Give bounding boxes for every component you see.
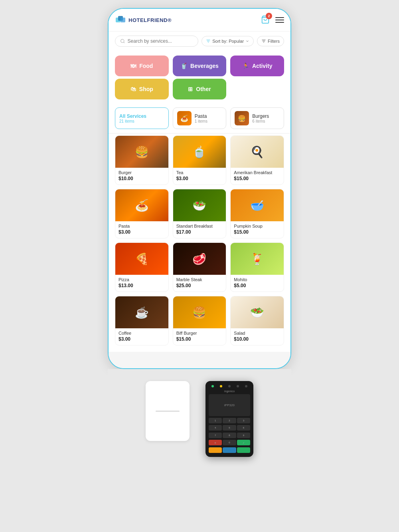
product-pumpkin-soup[interactable]: 🥣 Pumpkin Soup $15.00 bbox=[230, 189, 284, 238]
sort-button[interactable]: Sort by: Popular bbox=[201, 36, 254, 46]
key-6[interactable]: 6 bbox=[237, 425, 250, 431]
product-pasta-name: Pasta bbox=[119, 224, 165, 228]
category-beverages[interactable]: 🥤 Beverages bbox=[173, 56, 227, 76]
product-standart-price: $17.00 bbox=[176, 229, 223, 235]
product-pumpkin-img: 🥣 bbox=[231, 189, 284, 221]
filter-button[interactable]: Filters bbox=[257, 36, 284, 46]
product-coffee-name: Coffee bbox=[119, 331, 165, 335]
svg-rect-2 bbox=[120, 18, 125, 22]
subcategory-burgers[interactable]: 🍔 Burgers 6 items bbox=[230, 107, 284, 129]
product-coffee[interactable]: ☕ Coffee $3.00 bbox=[115, 296, 169, 345]
product-pizza-name: Pizza bbox=[119, 277, 165, 282]
led-yellow bbox=[220, 385, 222, 387]
product-pasta-img: 🍝 bbox=[115, 189, 168, 221]
product-pizza-img: 🍕 bbox=[115, 243, 168, 275]
bottom-area: ingenico iPP320 1 2 3 4 5 6 7 8 9 ✕ 0 ✓ bbox=[108, 369, 291, 469]
terminal-brand: ingenico bbox=[209, 390, 250, 393]
key-8[interactable]: 8 bbox=[223, 433, 236, 438]
activity-label: Activity bbox=[252, 63, 273, 69]
key-7[interactable]: 7 bbox=[209, 433, 222, 438]
led-off-2 bbox=[237, 385, 239, 387]
product-tea-price: $3.00 bbox=[176, 176, 223, 181]
product-burger-img: 🍔 bbox=[115, 136, 168, 168]
key-cancel[interactable]: ✕ bbox=[209, 440, 222, 445]
filter-icon bbox=[261, 39, 266, 44]
product-mohito[interactable]: 🍹 Mohito $5.00 bbox=[230, 242, 284, 292]
sort-icon bbox=[206, 39, 211, 44]
category-other[interactable]: ⊞ Other bbox=[173, 79, 227, 99]
menu-icon-2 bbox=[275, 20, 284, 20]
menu-icon-3 bbox=[275, 22, 284, 23]
app-header: HOTELFRIEND® 2 bbox=[109, 9, 290, 32]
key-0[interactable]: 0 bbox=[223, 440, 236, 445]
product-coffee-img: ☕ bbox=[115, 296, 168, 328]
led-green bbox=[211, 385, 214, 387]
product-amerikan-price: $15.00 bbox=[234, 176, 280, 181]
key-ok[interactable]: ✓ bbox=[237, 440, 250, 445]
cart-button[interactable]: 2 bbox=[261, 15, 270, 25]
product-amerikan-img: 🍳 bbox=[231, 136, 284, 168]
key-9[interactable]: 9 bbox=[237, 433, 250, 438]
category-activity[interactable]: 🏃 Activity bbox=[230, 56, 284, 76]
product-pumpkin-price: $15.00 bbox=[234, 229, 280, 235]
beverages-label: Beverages bbox=[190, 63, 219, 69]
product-biff-burger[interactable]: 🍔 Biff Burger $15.00 bbox=[173, 296, 227, 345]
key-blue-btn[interactable] bbox=[223, 447, 236, 453]
category-shop[interactable]: 🛍 Shop bbox=[115, 79, 169, 99]
logo-area: HOTELFRIEND® bbox=[115, 14, 172, 26]
white-card bbox=[146, 381, 190, 441]
product-pizza[interactable]: 🍕 Pizza $13.00 bbox=[115, 242, 169, 292]
product-pasta-price: $3.00 bbox=[119, 229, 165, 235]
category-food[interactable]: 🍽 Food bbox=[115, 56, 169, 76]
product-standart-breakfast[interactable]: 🥗 Standart Breakfast $17.00 bbox=[173, 189, 227, 238]
product-standart-img: 🥗 bbox=[173, 189, 226, 221]
subcategory-row: All Services 21 items 🍝 Pasta 1 items bbox=[109, 103, 290, 133]
activity-icon: 🏃 bbox=[242, 63, 249, 69]
product-salad[interactable]: 🥗 Salad $10.00 bbox=[230, 296, 284, 345]
product-mohito-img: 🍹 bbox=[231, 243, 284, 275]
logo-icon bbox=[115, 14, 126, 26]
subcat-burgers-label: Burgers bbox=[252, 113, 269, 119]
product-pizza-price: $13.00 bbox=[119, 283, 165, 288]
key-2[interactable]: 2 bbox=[223, 418, 236, 423]
product-amerikan-breakfast[interactable]: 🍳 Amerikan Breakfast $15.00 bbox=[230, 135, 284, 185]
sort-label: Sort by: Popular bbox=[212, 39, 244, 44]
product-pumpkin-name: Pumpkin Soup bbox=[234, 224, 280, 228]
subcat-pasta-count: 1 items bbox=[195, 119, 207, 123]
svg-point-4 bbox=[121, 39, 124, 42]
subcategory-all-services[interactable]: All Services 21 items bbox=[115, 107, 169, 129]
led-off bbox=[228, 385, 231, 387]
product-tea[interactable]: 🍵 Tea $3.00 bbox=[173, 135, 227, 185]
filter-label: Filters bbox=[268, 39, 280, 44]
product-coffee-price: $3.00 bbox=[119, 336, 165, 342]
product-burger-name: Burger bbox=[119, 170, 165, 175]
subcategory-pasta[interactable]: 🍝 Pasta 1 items bbox=[173, 107, 227, 129]
terminal-model: iPP320 bbox=[224, 403, 235, 407]
search-icon bbox=[120, 38, 125, 44]
header-actions: 2 bbox=[261, 15, 284, 25]
key-5[interactable]: 5 bbox=[223, 425, 236, 431]
terminal-top-bar bbox=[209, 384, 250, 388]
card-line bbox=[156, 411, 180, 412]
product-standart-name: Standart Breakfast bbox=[176, 224, 223, 228]
search-wrap[interactable] bbox=[115, 36, 198, 47]
key-1[interactable]: 1 bbox=[209, 418, 222, 423]
product-steak-name: Marble Steak bbox=[176, 277, 223, 282]
subcat-all-label: All Services bbox=[119, 113, 146, 119]
burgers-thumb: 🍔 bbox=[235, 111, 249, 125]
food-label: Food bbox=[139, 63, 153, 69]
shop-label: Shop bbox=[139, 86, 153, 92]
search-input[interactable] bbox=[128, 38, 194, 44]
key-green-btn[interactable] bbox=[237, 447, 250, 453]
menu-button[interactable] bbox=[275, 17, 284, 23]
product-biff-price: $15.00 bbox=[176, 336, 223, 342]
key-3[interactable]: 3 bbox=[237, 418, 250, 423]
product-salad-price: $10.00 bbox=[234, 336, 280, 342]
menu-icon bbox=[275, 17, 284, 18]
product-burger[interactable]: 🍔 Burger $10.00 bbox=[115, 135, 169, 185]
product-pasta[interactable]: 🍝 Pasta $3.00 bbox=[115, 189, 169, 238]
key-4[interactable]: 4 bbox=[209, 425, 222, 431]
key-yellow-btn[interactable] bbox=[209, 447, 222, 453]
product-biff-name: Biff Burger bbox=[176, 331, 223, 335]
product-marble-steak[interactable]: 🥩 Marble Steak $25.00 bbox=[173, 242, 227, 292]
